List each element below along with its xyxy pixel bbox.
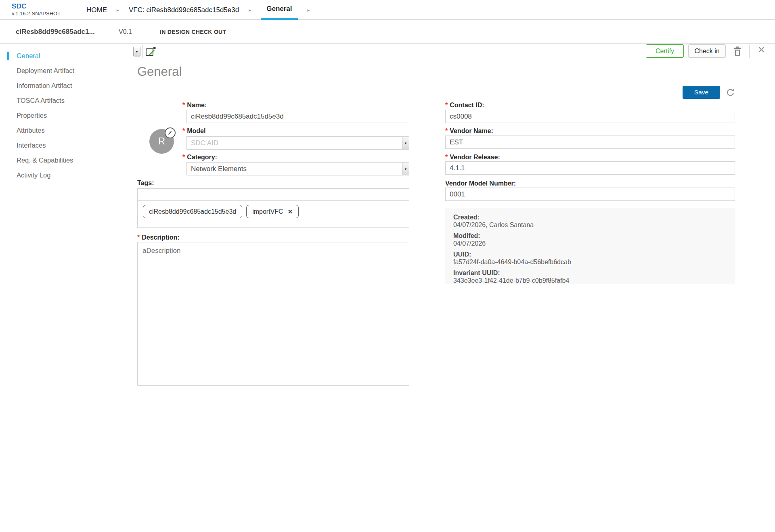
required-marker: * [445,127,448,134]
sidebar-item-label: Activity Log [17,171,50,179]
name-input[interactable] [186,110,409,123]
refresh-icon [725,88,735,98]
model-label: *Model [182,127,205,135]
edit-avatar-button[interactable] [165,127,176,138]
tag-chip-label: importVFC [252,208,283,215]
required-marker: * [445,102,448,108]
active-indicator [7,52,9,60]
entity-name: ciResb8dd99c685adc1... [16,28,95,36]
chevron-down-icon: ▾ [402,163,409,175]
required-marker: * [445,154,448,161]
breadcrumb-arrow-icon: ▸ [249,0,251,20]
sidebar-menu: General Deployment Artifact Information … [0,44,97,183]
sidebar-item-label: Attributes [17,127,45,134]
uuid-value: fa57d24f-da0a-4649-b04a-d56befb6dcab [453,258,735,266]
invariant-uuid-value: 343e3ee3-1f42-41de-b7b9-c0b9f85fafb4 [453,277,735,284]
revert-button[interactable] [725,88,735,98]
breadcrumb-vfc[interactable]: VFC: ciResb8dd99c685adc15d5e3d [129,0,239,20]
description-textarea[interactable] [137,242,409,386]
close-icon: ✕ [758,45,765,55]
tags-list: ciResb8dd99c685adc15d5e3d importVFC✕ [143,205,299,218]
sidebar-item-tosca-artifacts[interactable]: TOSCA Artifacts [0,93,97,108]
sidebar-item-label: TOSCA Artifacts [17,97,65,104]
topbar: SDC v.1.16.2-SNAPSHOT HOME ▸ VFC: ciResb… [0,0,775,20]
meta-invariant-uuid: Invariant UUID: 343e3ee3-1f42-41de-b7b9-… [453,269,735,284]
sidebar-item-information-artifact[interactable]: Information Artifact [0,78,97,93]
version-label: V0.1 [119,20,132,44]
model-select-value: SDC AID [191,139,218,147]
breadcrumb-arrow-icon: ▸ [308,0,310,20]
close-button[interactable]: ✕ [758,46,765,54]
sidebar-item-label: Properties [17,112,47,119]
meta-created: Created: 04/07/2026, Carlos Santana [453,213,735,229]
lifecycle-status: IN DESIGN CHECK OUT [160,20,226,44]
sidebar-item-label: General [17,52,40,60]
sidebar: General Deployment Artifact Information … [0,44,97,532]
vendor-name-input[interactable] [445,136,735,149]
category-label: *Category: [182,154,217,161]
entity-header: ciResb8dd99c685adc1... [0,20,97,44]
modified-value: 04/07/2026 [453,240,735,247]
save-button[interactable]: Save [683,86,720,99]
breadcrumb: HOME ▸ VFC: ciResb8dd99c685adc15d5e3d ▸ … [86,0,320,20]
pencil-icon [168,130,173,136]
created-value: 04/07/2026, Carlos Santana [453,221,735,229]
created-label: Created: [453,213,735,221]
sidebar-item-label: Information Artifact [17,82,72,90]
required-marker: * [182,127,185,134]
version-dropdown[interactable]: ▾ [133,47,140,56]
model-select: SDC AID ▾ [186,136,409,150]
required-marker: * [137,234,140,241]
meta-modified: Modifed: 04/07/2026 [453,232,735,247]
page-title: General [137,65,182,79]
meta-info-box: Created: 04/07/2026, Carlos Santana Modi… [445,208,735,284]
sidebar-item-properties[interactable]: Properties [0,108,97,123]
avatar-letter: R [158,136,165,147]
meta-uuid: UUID: fa57d24f-da0a-4649-b04a-d56befb6dc… [453,250,735,266]
vendor-release-input[interactable] [445,161,735,175]
remove-tag-icon[interactable]: ✕ [288,208,293,215]
sidebar-item-label: Interfaces [17,142,46,149]
tag-chip: importVFC✕ [246,205,299,218]
invariant-uuid-label: Invariant UUID: [453,269,735,277]
tags-input[interactable] [138,189,409,201]
checkin-button[interactable]: Check in [688,44,726,58]
sidebar-item-attributes[interactable]: Attributes [0,123,97,138]
logo-title: SDC [12,3,61,10]
checkout-icon [145,46,156,57]
required-marker: * [182,154,185,161]
vendor-name-label: *Vendor Name: [445,127,493,135]
breadcrumb-arrow-icon: ▸ [117,0,119,20]
sidebar-item-label: Req. & Capabilities [17,156,73,164]
sdc-logo: SDC v.1.16.2-SNAPSHOT [12,3,61,16]
sidebar-item-label: Deployment Artifact [17,67,74,75]
divider [142,45,143,58]
sidebar-item-activity-log[interactable]: Activity Log [0,168,97,183]
sdc-app: SDC v.1.16.2-SNAPSHOT HOME ▸ VFC: ciResb… [0,0,775,532]
delete-button[interactable] [733,46,742,56]
category-select[interactable]: Network Elements ▾ [186,162,409,175]
vendor-release-label: *Vendor Release: [445,154,500,161]
vendor-model-number-input[interactable] [445,188,735,201]
tags-label: Tags: [137,179,154,187]
contact-id-label: *Contact ID: [445,102,484,109]
contact-id-input[interactable] [445,110,735,123]
tag-chip: ciResb8dd99c685adc15d5e3d [143,205,242,218]
breadcrumb-general-tab[interactable]: General [261,0,297,20]
logo-version: v.1.16.2-SNAPSHOT [12,11,61,16]
description-label: *Description: [137,234,180,241]
breadcrumb-home[interactable]: HOME [86,0,107,20]
uuid-label: UUID: [453,250,735,258]
divider [749,45,750,58]
sidebar-item-req-capabilities[interactable]: Req. & Capabilities [0,153,97,168]
certify-button[interactable]: Certify [646,44,684,58]
required-marker: * [182,102,185,108]
name-label: *Name: [182,102,207,109]
toolbar: ciResb8dd99c685adc1... V0.1 ▾ IN DESIGN … [0,20,775,44]
sidebar-item-interfaces[interactable]: Interfaces [0,138,97,153]
tags-container: ciResb8dd99c685adc15d5e3d importVFC✕ [137,188,409,228]
vendor-model-number-label: Vendor Model Number: [445,180,516,187]
chevron-down-icon: ▾ [136,50,138,54]
sidebar-item-deployment-artifact[interactable]: Deployment Artifact [0,63,97,78]
sidebar-item-general[interactable]: General [0,48,97,63]
